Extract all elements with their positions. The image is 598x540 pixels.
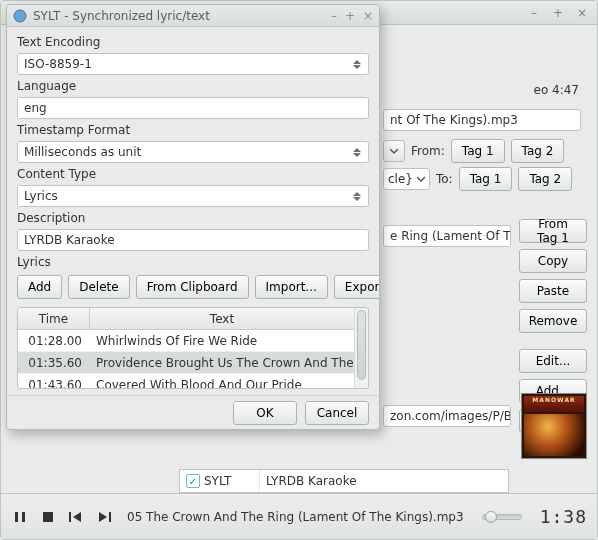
skip-back-icon xyxy=(69,511,83,523)
format-suffix-field[interactable]: cle} xyxy=(383,168,430,190)
table-scrollbar[interactable] xyxy=(354,308,368,388)
cover-text: MANOWAR xyxy=(524,396,584,412)
sylt-frame-value: LYRDB Karaoke xyxy=(260,474,363,488)
album-cover-image[interactable]: MANOWAR xyxy=(521,393,587,459)
table-row[interactable]: 01:35.60Providence Brought Us The Crown … xyxy=(18,352,354,374)
slider-thumb[interactable] xyxy=(485,511,497,523)
dialog-minimize-icon[interactable]: – xyxy=(331,9,337,23)
from-tag1-button[interactable]: Tag 1 xyxy=(451,139,505,163)
dialog-close-icon[interactable]: × xyxy=(363,9,373,23)
from-label: From: xyxy=(411,144,445,158)
app-icon xyxy=(13,9,27,23)
content-type-combo[interactable]: Lyrics xyxy=(17,185,369,207)
combo-arrows-icon xyxy=(350,54,364,74)
ok-button[interactable]: OK xyxy=(233,401,297,425)
file-name-field[interactable]: nt Of The Kings).mp3 xyxy=(383,109,581,131)
stop-button[interactable] xyxy=(39,508,57,526)
format-from-row: From: Tag 1 Tag 2 xyxy=(383,139,581,163)
lyrics-from-clipboard-button[interactable]: From Clipboard xyxy=(136,275,249,299)
lyrics-add-button[interactable]: Add xyxy=(17,275,62,299)
timestamp-format-combo[interactable]: Milliseconds as unit xyxy=(17,141,369,163)
timestamp-format-label: Timestamp Format xyxy=(17,123,369,137)
from-tag1-side-button[interactable]: From Tag 1 xyxy=(519,219,587,243)
row-time: 01:43.60 xyxy=(18,378,90,389)
language-input[interactable]: eng xyxy=(17,97,369,119)
lyrics-delete-button[interactable]: Delete xyxy=(68,275,129,299)
content-type-value: Lyrics xyxy=(24,189,58,203)
format-history-button[interactable] xyxy=(383,140,405,162)
to-tag2-button[interactable]: Tag 2 xyxy=(518,167,572,191)
main-close-icon[interactable]: × xyxy=(575,6,589,20)
duration-label: eo 4:47 xyxy=(534,83,580,97)
pause-button[interactable] xyxy=(11,508,29,526)
lyrics-table-header: Time Text xyxy=(18,308,354,330)
dialog-footer: OK Cancel xyxy=(7,395,379,429)
dialog-body: Text Encoding ISO-8859-1 Language eng Ti… xyxy=(7,27,379,395)
row-text: Whirlwinds Of Fire We Ride xyxy=(90,334,354,348)
seek-slider[interactable] xyxy=(482,514,522,520)
language-label: Language xyxy=(17,79,369,93)
prev-button[interactable] xyxy=(67,508,85,526)
column-text-header[interactable]: Text xyxy=(90,308,354,329)
row-time: 01:35.60 xyxy=(18,356,90,370)
row-text: Covered With Blood And Our Pride xyxy=(90,378,354,389)
row-text: Providence Brought Us The Crown And The … xyxy=(90,356,354,370)
encoding-value: ISO-8859-1 xyxy=(24,57,92,71)
format-to-row: cle} To: Tag 1 Tag 2 xyxy=(383,167,581,191)
player-bar: 05 The Crown And The Ring (Lament Of The… xyxy=(1,493,597,539)
edit-button[interactable]: Edit... xyxy=(519,349,587,373)
sylt-frame-label: SYLT xyxy=(204,474,231,488)
svg-rect-4 xyxy=(109,512,111,522)
table-row[interactable]: 01:43.60Covered With Blood And Our Pride xyxy=(18,374,354,388)
picture-url-field[interactable]: zon.com/images/P/B000... xyxy=(383,405,511,427)
main-minimize-icon[interactable]: – xyxy=(527,6,541,20)
lyrics-button-row: Add Delete From Clipboard Import... Expo… xyxy=(17,275,369,299)
dialog-maximize-icon[interactable]: + xyxy=(345,9,355,23)
svg-rect-3 xyxy=(69,512,71,522)
description-value: LYRDB Karaoke xyxy=(24,233,115,247)
timestamp-format-value: Milliseconds as unit xyxy=(24,145,141,159)
scrollbar-thumb[interactable] xyxy=(357,310,366,380)
picture-url-text: zon.com/images/P/B000... xyxy=(390,409,511,423)
from-tag2-button[interactable]: Tag 2 xyxy=(511,139,565,163)
title-field[interactable]: e Ring (Lament Of The Ki... xyxy=(383,225,511,247)
column-time-header[interactable]: Time xyxy=(18,308,90,329)
svg-rect-0 xyxy=(15,512,18,522)
frames-table-row[interactable]: ✓ SYLT LYRDB Karaoke xyxy=(179,469,509,493)
main-maximize-icon[interactable]: + xyxy=(551,6,565,20)
title-text: e Ring (Lament Of The Ki... xyxy=(390,229,511,243)
table-row[interactable]: 01:28.00Whirlwinds Of Fire We Ride xyxy=(18,330,354,352)
lyrics-import-button[interactable]: Import... xyxy=(255,275,328,299)
dialog-titlebar[interactable]: SYLT - Synchronized lyric/text – + × xyxy=(7,5,379,27)
next-button[interactable] xyxy=(95,508,113,526)
svg-rect-2 xyxy=(43,512,53,522)
lyrics-export-button[interactable]: Export... xyxy=(334,275,379,299)
description-label: Description xyxy=(17,211,369,225)
to-label: To: xyxy=(436,172,453,186)
lyrics-label: Lyrics xyxy=(17,255,369,269)
combo-arrows-icon xyxy=(350,142,364,162)
dialog-title: SYLT - Synchronized lyric/text xyxy=(33,9,331,23)
to-tag1-button[interactable]: Tag 1 xyxy=(459,167,513,191)
chevron-down-icon xyxy=(390,147,398,155)
svg-point-5 xyxy=(14,10,26,22)
cover-art xyxy=(524,414,584,456)
stop-icon xyxy=(42,511,54,523)
remove-button[interactable]: Remove xyxy=(519,309,587,333)
file-name-text: nt Of The Kings).mp3 xyxy=(390,113,518,127)
content-type-label: Content Type xyxy=(17,167,369,181)
row-time: 01:28.00 xyxy=(18,334,90,348)
format-suffix-text: cle} xyxy=(388,172,413,186)
description-input[interactable]: LYRDB Karaoke xyxy=(17,229,369,251)
sylt-checkbox-cell[interactable]: ✓ SYLT xyxy=(180,470,260,492)
pause-icon xyxy=(14,511,26,523)
chevron-down-icon xyxy=(417,175,425,183)
timecode-label: 1:38 xyxy=(540,506,587,527)
now-playing-label: 05 The Crown And The Ring (Lament Of The… xyxy=(127,510,464,524)
lyrics-table: Time Text 01:28.00Whirlwinds Of Fire We … xyxy=(17,307,369,389)
paste-button[interactable]: Paste xyxy=(519,279,587,303)
copy-button[interactable]: Copy xyxy=(519,249,587,273)
checkbox-checked-icon[interactable]: ✓ xyxy=(186,474,200,488)
encoding-combo[interactable]: ISO-8859-1 xyxy=(17,53,369,75)
cancel-button[interactable]: Cancel xyxy=(305,401,369,425)
